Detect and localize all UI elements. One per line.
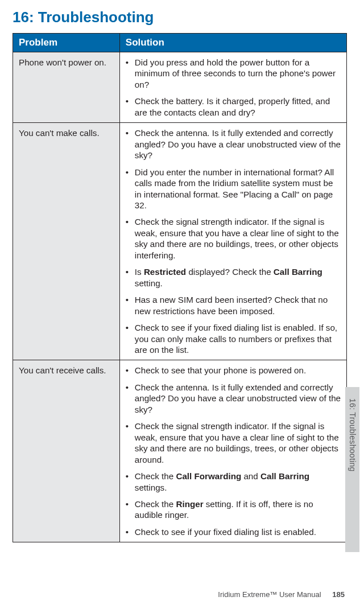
list-item: Check the battery. Is it charged, proper… bbox=[125, 96, 342, 118]
footer-page-number: 185 bbox=[332, 590, 345, 599]
text-segment: Check the bbox=[135, 471, 176, 481]
page-footer: Iridium Extreme™ User Manual 185 bbox=[218, 590, 345, 599]
list-item: Check to see that your phone is powered … bbox=[125, 365, 342, 376]
text-segment: Check the bbox=[135, 499, 176, 509]
list-item: Check the Ringer setting. If it is off, … bbox=[125, 499, 342, 521]
table-row: You can't make calls. Check the antenna.… bbox=[13, 123, 347, 360]
list-item: Check to see if your fixed dialing list … bbox=[125, 322, 342, 355]
table-header-problem: Problem bbox=[13, 34, 120, 52]
list-item: Did you enter the number in internationa… bbox=[125, 167, 342, 211]
text-segment: and bbox=[241, 471, 260, 481]
text-segment: settings. bbox=[135, 483, 167, 492]
problem-cell: You can't make calls. bbox=[13, 123, 120, 360]
solution-cell: Did you press and hold the power button … bbox=[119, 52, 346, 123]
table-header-solution: Solution bbox=[119, 34, 346, 52]
list-item: Check the signal strength indicator. If … bbox=[125, 421, 342, 465]
bold-text: Call Forwarding bbox=[176, 471, 241, 481]
list-item: Did you press and hold the power button … bbox=[125, 57, 342, 90]
troubleshooting-table: Problem Solution Phone won't power on. D… bbox=[13, 33, 347, 542]
bold-text: Ringer bbox=[176, 499, 203, 509]
text-segment: displayed? Check the bbox=[186, 267, 274, 277]
list-item: Check the antenna. Is it fully extended … bbox=[125, 127, 342, 161]
text-segment: Is bbox=[135, 267, 144, 277]
problem-cell: You can't receive calls. bbox=[13, 360, 120, 542]
text-segment: setting. bbox=[135, 278, 163, 288]
bold-text: Call Barring bbox=[260, 471, 309, 481]
list-item: Check the Call Forwarding and Call Barri… bbox=[125, 471, 342, 493]
solution-cell: Check the antenna. Is it fully extended … bbox=[119, 123, 346, 360]
bold-text: Restricted bbox=[144, 267, 186, 277]
list-item: Check the antenna. Is it fully extended … bbox=[125, 382, 342, 415]
list-item: Has a new SIM card been inserted? Check … bbox=[125, 294, 342, 316]
list-item: Is Restricted displayed? Check the Call … bbox=[125, 266, 342, 289]
list-item: Check the signal strength indicator. If … bbox=[125, 216, 342, 261]
problem-cell: Phone won't power on. bbox=[13, 52, 120, 123]
list-item: Check to see if your fixed dialing list … bbox=[125, 526, 342, 537]
table-row: Phone won't power on. Did you press and … bbox=[13, 52, 347, 123]
table-row: You can't receive calls. Check to see th… bbox=[13, 360, 347, 542]
side-thumb-tab-label: 16: Troubleshooting bbox=[348, 398, 357, 472]
footer-doc-title: Iridium Extreme™ User Manual bbox=[218, 590, 321, 599]
bold-text: Call Barring bbox=[274, 267, 322, 277]
solution-cell: Check to see that your phone is powered … bbox=[119, 360, 346, 542]
chapter-title: 16: Troubleshooting bbox=[13, 9, 347, 26]
